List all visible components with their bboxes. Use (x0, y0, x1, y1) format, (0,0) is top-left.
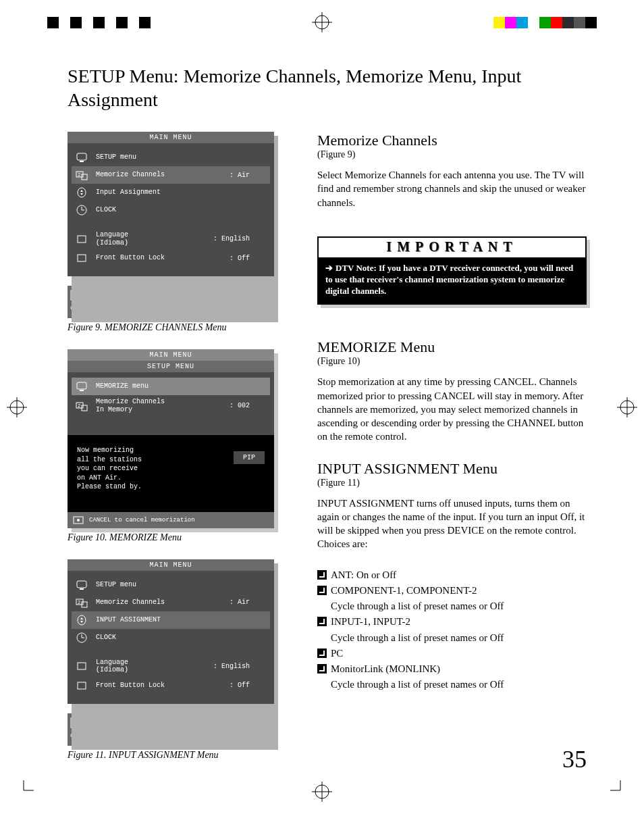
menu-row-icon (74, 252, 89, 264)
choice-text: MonitorLink (MONLINK) (331, 661, 440, 677)
registration-mark-left (7, 397, 27, 417)
menu-row[interactable]: Front Button Lock: Off (72, 677, 270, 694)
color-swatch (93, 17, 105, 28)
important-body: ➔DTV Note: If you have a DTV receiver co… (319, 259, 585, 304)
bullet-icon (317, 570, 327, 580)
svg-rect-38 (77, 382, 86, 389)
bullet-icon (317, 586, 327, 595)
menu-row-label: Language (Idioma) (89, 231, 208, 247)
menu-row-value: : Air (224, 172, 270, 179)
menu-subtitle: SETUP MENU (68, 361, 274, 372)
menu-row[interactable]: SETUP menu (72, 576, 270, 594)
choice-subtext: Cycle through a list of preset names or … (317, 630, 587, 646)
menu-row-value: : English (208, 663, 270, 670)
menu-row[interactable]: MEMORIZE menu (72, 378, 270, 395)
svg-marker-23 (80, 193, 83, 195)
choice-item: PC (317, 646, 587, 661)
menu-row-label: CLOCK (89, 634, 244, 642)
crop-mark-br (610, 780, 630, 800)
color-swatch (574, 17, 585, 28)
choice-text: COMPONENT-1, COMPONENT-2 (331, 583, 477, 599)
menu-row-value: : Air (224, 599, 270, 606)
menu-row-icon (74, 632, 89, 644)
menu-row-icon: 2 (74, 596, 89, 609)
menu-row[interactable]: Front Button Lock: Off (72, 249, 270, 267)
pip-badge: PIP (234, 451, 265, 464)
crop-mark-bl (14, 780, 34, 800)
menu-row[interactable]: SETUP menu (72, 149, 270, 166)
choice-text: INPUT-1, INPUT-2 (331, 614, 410, 630)
registration-mark-right (617, 397, 637, 417)
svg-rect-16 (77, 153, 86, 160)
menu-row[interactable]: CLOCK (72, 201, 270, 219)
section-memorize-channels-body: Select Memorize Channels for each antenn… (317, 168, 587, 209)
menu-row[interactable]: Input Assignment (72, 184, 270, 201)
color-swatch (105, 17, 116, 28)
color-swatch (59, 17, 70, 28)
menu-row[interactable]: CLOCK (72, 629, 270, 646)
choice-subtext: Cycle through a list of preset names or … (317, 599, 587, 614)
color-swatch (585, 17, 597, 28)
svg-rect-56 (78, 663, 86, 669)
section-memorize-menu-body: Stop memorization at any time by pressin… (317, 375, 587, 443)
menu-row-label: Memorize Channels (89, 171, 224, 179)
menu-row-label: SETUP menu (89, 153, 244, 161)
figure-10-caption: Figure 10. MEMORIZE Menu (68, 532, 277, 543)
section-memorize-channels-ref: (Figure 9) (317, 149, 587, 160)
menu-row-icon: 2 (74, 400, 89, 412)
svg-rect-57 (78, 682, 86, 689)
svg-point-50 (78, 615, 86, 625)
bullet-icon (317, 664, 327, 673)
menu-row-label: Memorize Channels (89, 599, 224, 607)
svg-text:2: 2 (78, 172, 80, 178)
registration-mark-top (312, 12, 332, 32)
menu-row-icon (74, 186, 89, 199)
color-swatch (516, 17, 528, 28)
color-swatch (539, 17, 551, 28)
svg-marker-52 (80, 621, 83, 623)
menu-row-label: Front Button Lock (89, 254, 224, 262)
menu-row[interactable]: Language (Idioma): English (72, 228, 270, 249)
section-input-assignment-head: INPUT ASSIGNMENT Menu (317, 460, 587, 478)
color-swatch (128, 17, 139, 28)
arrow-icon: ➔ (325, 263, 333, 274)
choice-text: PC (331, 646, 343, 661)
choice-item: COMPONENT-1, COMPONENT-2 (317, 583, 587, 599)
menu-row-icon (74, 204, 89, 216)
color-swatch (139, 17, 151, 28)
menu-row-icon (74, 660, 89, 672)
svg-text:2: 2 (78, 600, 80, 605)
figure-9-menu: MAIN MENU SETUP menu2Memorize Channels: … (68, 132, 274, 318)
page-number: 35 (562, 745, 587, 773)
svg-point-44 (77, 519, 80, 522)
section-memorize-channels-head: Memorize Channels (317, 132, 587, 149)
menu-title: MAIN MENU (68, 559, 274, 571)
bullet-icon (317, 617, 327, 626)
svg-rect-46 (80, 588, 84, 590)
choices-list: ANT: On or OffCOMPONENT-1, COMPONENT-2Cy… (317, 567, 587, 693)
important-head: IMPORTANT (319, 238, 585, 259)
svg-rect-28 (78, 255, 86, 261)
menu-row[interactable]: 2Memorize Channels In Memory: 002 (72, 395, 270, 416)
menu-row-label: Language (Idioma) (89, 659, 208, 674)
color-swatch (82, 17, 93, 28)
menu-row[interactable]: 2Memorize Channels: Air (72, 166, 270, 184)
color-swatch (47, 17, 59, 28)
menu-row-label: CLOCK (89, 206, 244, 214)
menu-row-label: SETUP menu (89, 581, 244, 589)
registration-mark-bottom (312, 782, 332, 802)
menu-row-value: : 002 (224, 402, 270, 409)
memorizing-message-box: Now memorizing all the stations you can … (68, 435, 274, 512)
menu-row[interactable]: Language (Idioma): English (72, 656, 270, 677)
menu-row[interactable]: 2Memorize Channels: Air (72, 594, 270, 611)
menu-row[interactable]: INPUT ASSIGNMENT (72, 611, 270, 629)
bullet-icon (317, 648, 327, 658)
important-box: IMPORTANT ➔DTV Note: If you have a DTV r… (317, 236, 587, 305)
svg-point-21 (78, 188, 86, 197)
svg-rect-45 (77, 581, 86, 588)
menu-row-icon (74, 380, 89, 392)
svg-text:2: 2 (78, 403, 80, 409)
choice-item: MonitorLink (MONLINK) (317, 661, 587, 677)
menu-row-icon (74, 151, 89, 163)
color-swatch (562, 17, 574, 28)
